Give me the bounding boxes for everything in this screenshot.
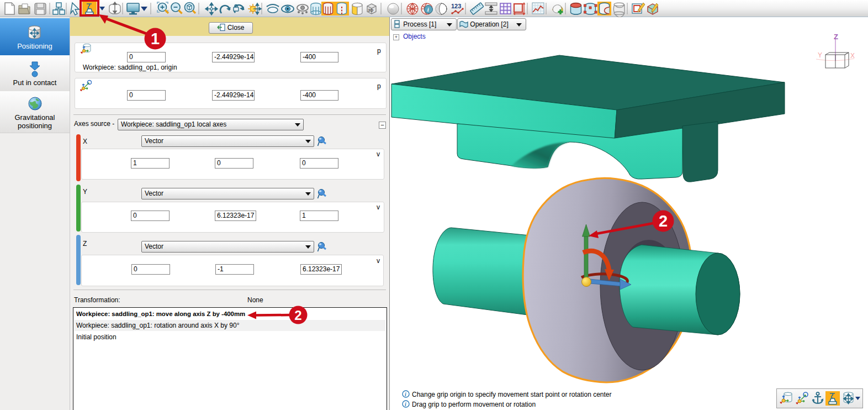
svg-text:i: i (405, 391, 406, 397)
svg-text:Y: Y (818, 51, 822, 59)
svg-text:X: X (850, 52, 855, 60)
svg-text:Z: Z (834, 33, 838, 41)
svg-text:123: 123 (451, 3, 461, 9)
svg-text:i: i (405, 401, 406, 407)
svg-text:3D: 3D (368, 8, 373, 13)
